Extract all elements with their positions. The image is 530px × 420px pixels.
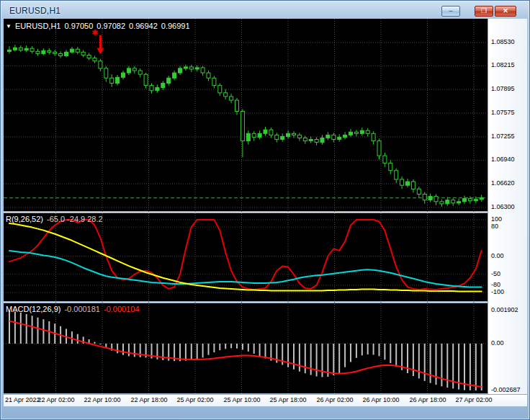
oscillator-label: R(9,26,52)-65.0 -24.9 28.2 (6, 215, 107, 223)
collapse-arrow-icon[interactable]: ▼ (6, 23, 12, 30)
oscillator-name: R(9,26,52) (6, 215, 43, 223)
macd-label: MACD(12,26,9)-0.000181-0.000104 (6, 305, 143, 313)
price-chart-panel[interactable] (4, 19, 488, 211)
quote-line: ▼EURUSD,H10.970500.970820.969420.96991 (6, 22, 194, 30)
macd-panel[interactable] (4, 303, 488, 393)
restore-button[interactable]: ❐ (475, 6, 493, 17)
quote-high: 0.97082 (96, 22, 125, 30)
window-title: EURUSD,H1 (9, 6, 60, 16)
chart-window: EURUSD,H1 – ❐ ✕ ✱ ▼EURUSD,H10.970500.970… (0, 0, 530, 420)
macd-name: MACD(12,26,9) (6, 305, 60, 313)
macd-main-value: -0.000181 (64, 305, 100, 313)
quote-open: 0.97050 (65, 22, 94, 30)
price-axis[interactable] (488, 19, 527, 394)
quote-close: 0.96991 (161, 22, 190, 30)
close-button[interactable]: ✕ (495, 6, 516, 17)
oscillator-values: -65.0 -24.9 28.2 (47, 215, 103, 223)
quote-symbol: EURUSD,H1 (15, 22, 61, 30)
time-axis[interactable] (4, 394, 527, 406)
oscillator-panel[interactable] (4, 213, 488, 301)
title-bar[interactable]: EURUSD,H1 – ❐ ✕ (2, 2, 528, 18)
macd-signal-value: -0.000104 (104, 305, 140, 313)
restore-icon: ❐ (481, 7, 487, 14)
minimize-icon: – (449, 7, 452, 14)
close-icon: ✕ (503, 7, 508, 14)
minimize-button[interactable]: – (441, 6, 460, 17)
quote-low: 0.96942 (129, 22, 158, 30)
